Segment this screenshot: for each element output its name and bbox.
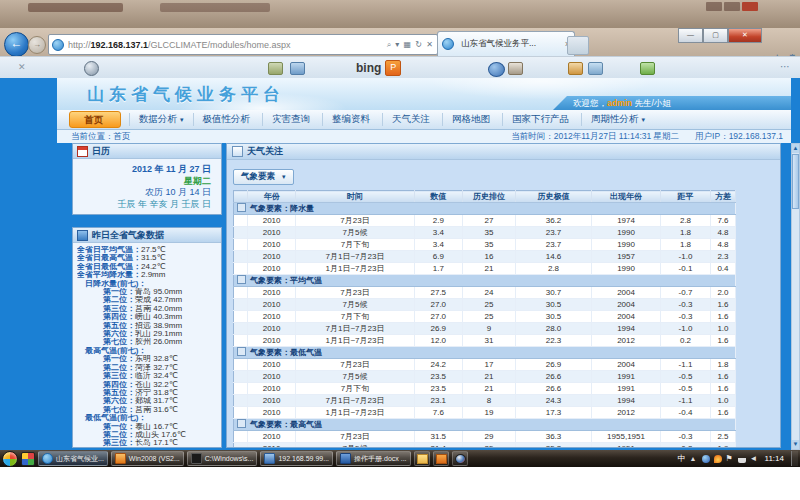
collapse-icon[interactable] (237, 347, 246, 356)
taskbar-task[interactable]: 山东省气候业... (38, 451, 108, 466)
toolbar-app-icon[interactable] (84, 61, 99, 76)
task-icon (191, 453, 202, 464)
column-header: 方差 (710, 191, 735, 203)
element-dropdown-button[interactable]: 气象要素▾ (233, 169, 294, 185)
volume-icon[interactable]: ◄ (750, 455, 758, 463)
toolbar-card-icon[interactable] (268, 62, 283, 75)
collapse-icon[interactable] (237, 203, 246, 212)
scroll-up-arrow-icon[interactable]: ▲ (792, 144, 799, 153)
calendar-body: 2012 年 11 月 27 日 星期二 农历 10 月 14 日 壬辰 年 辛… (73, 159, 221, 210)
close-button[interactable]: ✕ (728, 28, 762, 43)
table-group-row[interactable]: 气象要素：最高气温 (234, 419, 736, 431)
back-button[interactable]: ← (4, 32, 29, 57)
nav-item[interactable]: 整编资料 (322, 113, 382, 126)
chevron-down-icon: ▾ (642, 116, 646, 124)
username: admin (607, 98, 632, 108)
chevron-down-icon: ▾ (180, 116, 184, 124)
nav-item[interactable]: 首页 (69, 111, 121, 128)
nav-item[interactable]: 周期性分析▾ (581, 113, 654, 126)
toolbar-share-icon[interactable] (588, 62, 603, 75)
app-flame-icon[interactable] (714, 455, 722, 463)
table-row: 20107月1日~7月23日23.1824.31994-1.11.0 (234, 395, 736, 407)
maximize-button[interactable]: ▢ (703, 28, 728, 43)
toolbar-satellite-icon[interactable] (568, 62, 583, 75)
current-time: 当前时间：2012年11月27日 11:14:31 星期二 (511, 130, 679, 143)
nav-item[interactable]: 数据分析▾ (129, 113, 193, 126)
nav-item[interactable]: 灾害查询 (262, 113, 322, 126)
task-icon (42, 453, 53, 464)
column-header: 历史排位 (462, 191, 515, 203)
toolbar-overflow-icon[interactable]: ⋯ (780, 61, 792, 72)
action-center-flag-icon[interactable]: ⚑ (726, 455, 734, 463)
toolbar-close-icon[interactable]: ✕ (18, 62, 26, 72)
app-orange-icon[interactable] (433, 451, 449, 466)
site-favicon (52, 39, 64, 51)
url-text[interactable]: http://192.168.137.1/GLCCLIMATE/modules/… (68, 40, 387, 50)
table-row: 20107月5候23.52126.61991-0.51.6 (234, 371, 736, 383)
table-group-row[interactable]: 气象要素：降水量 (234, 203, 736, 215)
nav-item[interactable]: 网格地图 (442, 113, 502, 126)
language-indicator[interactable]: 中 (678, 453, 686, 464)
network-globe-icon[interactable] (702, 455, 710, 463)
table-group-row[interactable]: 气象要素：最低气温 (234, 347, 736, 359)
list-item: 第三位：长岛 17.1℃ (77, 439, 220, 447)
browser-tab[interactable]: 山东省气候业务平... × (437, 31, 575, 56)
show-desktop-button[interactable] (791, 451, 798, 466)
calendar-panel-header: 日历 (73, 144, 221, 159)
toolbar-camera-icon[interactable] (508, 62, 523, 75)
user-ip: 用户IP：192.168.137.1 (695, 130, 783, 143)
scroll-down-arrow-icon[interactable]: ▼ (792, 440, 799, 449)
taskbar-task[interactable]: 192.168.59.99... (260, 451, 333, 466)
media-player-icon[interactable] (452, 451, 468, 466)
page-scrollbar[interactable]: ▲ ▼ (791, 143, 800, 450)
collapse-icon[interactable] (237, 419, 246, 428)
column-header: 出现年份 (591, 191, 660, 203)
network-icon[interactable] (738, 455, 746, 463)
nav-item[interactable]: 国家下行产品 (502, 113, 581, 126)
start-button[interactable] (2, 451, 18, 467)
list-item: 第三位：莒南 42.0mm (77, 305, 220, 313)
collapse-icon[interactable] (237, 275, 246, 284)
yesterday-data-list: 全省日平均气温：27.5℃ 全省日最高气温：31.5℃ 全省日最低气温：24.2… (73, 243, 221, 448)
tab-title[interactable]: 山东省气候业务平... (461, 38, 562, 50)
nav-item[interactable]: 极值性分析 (193, 113, 263, 126)
taskbar-task[interactable]: Win2008 (VS2... (111, 451, 184, 466)
table-group-row[interactable]: 气象要素：平均气温 (234, 275, 736, 287)
chevron-down-icon: ▾ (282, 173, 286, 181)
task-icon (264, 453, 275, 464)
list-item: 第四位：崂山 40.3mm (77, 313, 220, 321)
addon-toolbar: ✕ bing P ⋯ (0, 56, 800, 79)
toolbar-mail-icon[interactable] (290, 62, 305, 75)
table-row: 20107月1日~7月23日6.91614.61957-1.02.3 (234, 251, 736, 263)
list-item: 第二位：荣成 42.7mm (77, 296, 220, 304)
table-row: 20107月下旬3.43523.719901.84.8 (234, 239, 736, 251)
address-bar[interactable]: http://192.168.137.1/GLCCLIMATE/modules/… (48, 34, 438, 55)
taskbar-clock[interactable]: 11:14 (762, 454, 787, 463)
task-icon (115, 453, 126, 464)
bing-orange-icon[interactable]: P (385, 60, 401, 76)
new-tab-button[interactable] (567, 36, 589, 55)
nav-item[interactable]: 天气关注 (382, 113, 442, 126)
background-window-strip (0, 0, 800, 28)
minimize-button[interactable]: — (678, 28, 703, 43)
taskbar-task[interactable]: C:\Windows\s... (187, 451, 258, 466)
bing-logo[interactable]: bing P (356, 60, 401, 76)
list-item: 第七位：胶州 26.0mm (77, 338, 220, 346)
hidden-icons-arrow[interactable]: ▲ (690, 455, 698, 463)
list-item: 第五位：招远 38.9mm (77, 322, 220, 330)
weather-focus-header: 天气关注 (227, 144, 780, 160)
scrollbar-thumb[interactable] (792, 154, 799, 209)
toolbar-globe-icon[interactable] (488, 62, 505, 77)
quick-launch-icon[interactable] (21, 452, 35, 466)
taskbar-task[interactable]: 操作手册.docx ... (336, 451, 411, 466)
site-header: 山东省气候业务平台 欢迎您，admin 先生/小姐 (57, 78, 791, 112)
address-bar-icons[interactable]: ⌕ ▾ ▦ ↻ ✕ (387, 40, 434, 50)
background-window-title-2 (160, 3, 270, 12)
toolbar-plugin-icon[interactable] (640, 62, 655, 75)
table-row: 20107月23日24.21726.92004-1.11.8 (234, 359, 736, 371)
calendar-panel: 日历 2012 年 11 月 27 日 星期二 农历 10 月 14 日 壬辰 … (72, 143, 222, 215)
forward-button[interactable]: → (28, 36, 46, 54)
explorer-icon[interactable] (414, 451, 430, 466)
table-row: 20107月23日27.52430.72004-0.72.0 (234, 287, 736, 299)
list-item: 第三位：临沂 32.4℃ (77, 372, 220, 380)
